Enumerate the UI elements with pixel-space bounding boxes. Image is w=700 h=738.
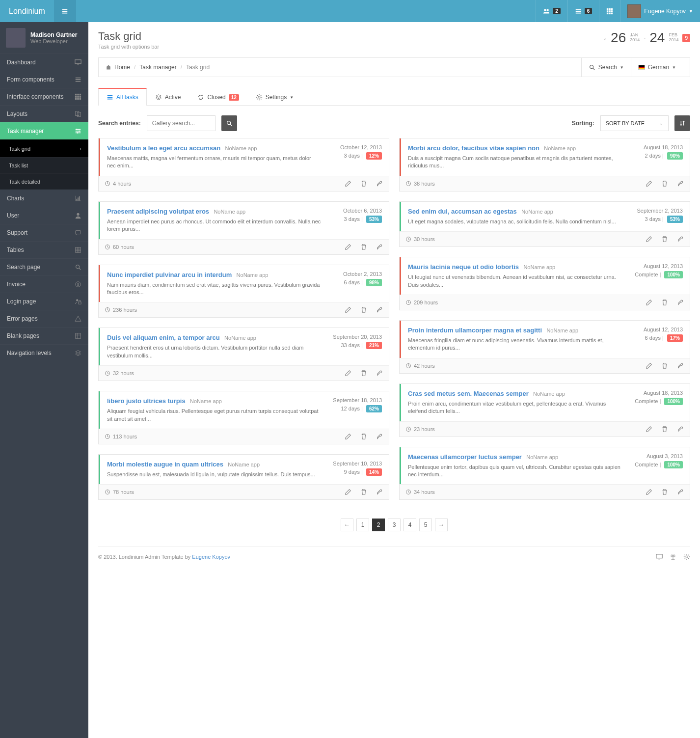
settings-button[interactable]: [376, 370, 383, 377]
page-5[interactable]: 5: [419, 519, 432, 531]
task-title[interactable]: Morbi arcu dolor, faucibus vitae sapien …: [408, 144, 539, 152]
settings-button[interactable]: [376, 180, 383, 187]
page-4[interactable]: 4: [404, 519, 416, 531]
screen-icon[interactable]: [656, 553, 663, 560]
task-app[interactable]: NoName app: [214, 209, 245, 215]
search-button[interactable]: [221, 115, 237, 131]
settings-button[interactable]: [376, 489, 383, 495]
edit-button[interactable]: [646, 236, 652, 243]
date-range[interactable]: ⌄ 26 JAN2014 - 24 FEB2014 9: [603, 30, 690, 46]
page-2[interactable]: 2: [372, 519, 385, 531]
task-title[interactable]: libero justo ultrices turpis: [107, 397, 186, 405]
sidebar-item-blank[interactable]: Blank pages: [0, 327, 88, 344]
task-app[interactable]: NoName app: [237, 272, 269, 278]
settings-button[interactable]: [376, 433, 383, 440]
settings-button[interactable]: [677, 362, 684, 369]
task-title[interactable]: Vestibulum a leo eget arcu accumsan: [107, 144, 220, 152]
delete-button[interactable]: [661, 299, 668, 306]
sidebar-item-invoice[interactable]: Invoice$: [0, 275, 88, 293]
edit-button[interactable]: [345, 370, 351, 377]
gear-icon[interactable]: [683, 553, 690, 560]
delete-button[interactable]: [360, 306, 367, 313]
sidebar-item-taskmanager[interactable]: Task manager: [0, 122, 88, 139]
breadcrumb-search[interactable]: Search▼: [581, 57, 631, 77]
sidebar-item-dashboard[interactable]: Dashboard: [0, 54, 88, 71]
settings-button[interactable]: [677, 180, 684, 187]
sidebar-item-tasklist[interactable]: Task list: [0, 157, 88, 173]
task-title[interactable]: Cras sed metus sem. Maecenas semper: [408, 390, 529, 397]
task-title[interactable]: Proin interdum ullamcorper magna et sagi…: [408, 327, 542, 334]
task-app[interactable]: NoName app: [190, 398, 222, 404]
delete-button[interactable]: [360, 244, 367, 250]
settings-button[interactable]: [677, 426, 684, 433]
sidebar-toggle[interactable]: [54, 0, 76, 22]
tab-closed[interactable]: Closed12: [189, 88, 247, 106]
edit-button[interactable]: [646, 362, 652, 369]
task-app[interactable]: NoName app: [521, 209, 553, 215]
edit-button[interactable]: [345, 489, 351, 495]
task-title[interactable]: Mauris lacinia neque ut odio lobortis: [408, 263, 519, 271]
task-app[interactable]: NoName app: [546, 328, 578, 333]
delete-button[interactable]: [360, 180, 367, 187]
sidebar-item-navlevels[interactable]: Navigation levels: [0, 344, 88, 361]
task-app[interactable]: NoName app: [523, 264, 555, 270]
delete-button[interactable]: [661, 180, 668, 187]
task-title[interactable]: Morbi molestie augue in quam ultrices: [107, 461, 223, 468]
topbar-users[interactable]: 2: [536, 0, 567, 22]
edit-button[interactable]: [345, 180, 351, 187]
task-app[interactable]: NoName app: [533, 391, 565, 397]
topbar-list[interactable]: 6: [567, 0, 599, 22]
sidebar-item-user[interactable]: User: [0, 207, 88, 224]
edit-button[interactable]: [345, 244, 351, 250]
page-next[interactable]: →: [435, 519, 448, 531]
sidebar-user[interactable]: Madison Gartner Web Developer: [0, 22, 88, 54]
delete-button[interactable]: [360, 433, 367, 440]
tab-active[interactable]: Active: [147, 88, 189, 106]
sidebar-item-layouts[interactable]: Layouts: [0, 105, 88, 122]
sidebar-item-charts[interactable]: Charts: [0, 190, 88, 207]
edit-button[interactable]: [646, 299, 652, 306]
page-prev[interactable]: ←: [341, 519, 353, 531]
task-app[interactable]: NoName app: [224, 335, 256, 341]
edit-button[interactable]: [646, 180, 652, 187]
delete-button[interactable]: [661, 489, 668, 495]
edit-button[interactable]: [345, 433, 351, 440]
settings-button[interactable]: [376, 244, 383, 250]
topbar-user[interactable]: Eugene Kopyov ▼: [620, 0, 700, 22]
tab-settings[interactable]: Settings▼: [247, 88, 302, 106]
sort-direction-button[interactable]: [674, 115, 690, 131]
crumb-home[interactable]: Home: [114, 64, 130, 71]
sidebar-item-taskdetail[interactable]: Task detailed: [0, 173, 88, 190]
breadcrumb-lang[interactable]: German▼: [631, 57, 683, 77]
sidebar-item-interface[interactable]: Interface components: [0, 88, 88, 105]
sidebar-item-tables[interactable]: Tables: [0, 241, 88, 258]
task-title[interactable]: Nunc imperdiet pulvinar arcu in interdum: [107, 271, 232, 278]
task-title[interactable]: Praesent adipiscing volutpat eros: [107, 208, 209, 215]
task-title[interactable]: Maecenas ullamcorper luctus semper: [408, 453, 522, 461]
delete-button[interactable]: [360, 370, 367, 377]
brand[interactable]: Londinium: [0, 7, 54, 16]
settings-button[interactable]: [376, 306, 383, 313]
task-app[interactable]: NoName app: [544, 145, 576, 151]
footer-author-link[interactable]: Eugene Kopyov: [192, 554, 230, 560]
balance-icon[interactable]: [670, 553, 676, 560]
settings-button[interactable]: [677, 236, 684, 243]
task-title[interactable]: Duis vel aliquam enim, a tempor arcu: [107, 334, 220, 341]
sidebar-item-error[interactable]: Error pages: [0, 310, 88, 327]
task-title[interactable]: Sed enim dui, accumsan ac egestas: [408, 208, 517, 215]
sort-select[interactable]: SORT BY DATE⌄: [600, 115, 669, 131]
delete-button[interactable]: [661, 236, 668, 243]
delete-button[interactable]: [360, 489, 367, 495]
sidebar-item-forms[interactable]: Form components: [0, 71, 88, 88]
task-app[interactable]: NoName app: [228, 462, 260, 467]
sidebar-item-taskgrid[interactable]: Task grid›: [0, 139, 88, 157]
page-3[interactable]: 3: [388, 519, 401, 531]
settings-button[interactable]: [677, 489, 684, 495]
crumb-mgr[interactable]: Task manager: [139, 64, 176, 71]
tab-all[interactable]: All tasks: [98, 88, 147, 106]
edit-button[interactable]: [646, 426, 652, 433]
page-1[interactable]: 1: [356, 519, 369, 531]
topbar-grid[interactable]: [599, 0, 620, 22]
search-input[interactable]: [147, 115, 215, 131]
delete-button[interactable]: [661, 426, 668, 433]
